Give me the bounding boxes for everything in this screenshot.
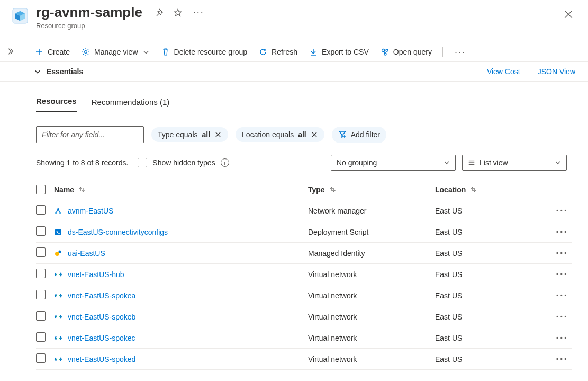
table-row: vnet-EastUS-hub Virtual network East US … [36,264,572,285]
resource-group-icon [11,6,30,25]
row-checkbox[interactable] [36,353,46,363]
refresh-label: Refresh [272,48,297,56]
resource-location: East US [435,291,546,300]
table-row: avnm-EastUS Network manager East US ··· [36,200,572,221]
info-icon[interactable]: i [221,158,229,167]
table-row: ds-EastUS-connectivityconfigs Deployment… [36,221,572,243]
query-icon [381,48,389,56]
resource-location: East US [435,207,546,215]
row-checkbox[interactable] [36,332,46,342]
page-subtitle: Resource group [36,22,206,30]
resource-type: Virtual network [308,334,435,342]
create-button[interactable]: Create [34,46,71,58]
tab-resources[interactable]: Resources [36,96,77,112]
divider [529,67,529,76]
download-icon [309,48,318,56]
open-query-button[interactable]: Open query [379,46,433,58]
pin-icon[interactable] [153,7,165,19]
row-more-icon[interactable]: ··· [546,226,572,238]
add-filter-icon [338,130,347,140]
sort-icon [329,186,336,193]
resource-location: East US [435,270,546,279]
row-more-icon[interactable]: ··· [546,247,572,259]
view-mode-value: List view [480,158,508,167]
essentials-label: Essentials [47,67,83,76]
chevron-down-icon [34,68,41,75]
close-icon[interactable] [214,131,222,138]
json-view-link[interactable]: JSON View [538,67,575,76]
svg-point-9 [85,51,87,54]
header-more-icon[interactable]: ··· [191,7,206,18]
row-checkbox[interactable] [36,269,46,278]
vnet-icon [54,355,62,364]
filter-pill-type[interactable]: Type equals all [151,127,228,142]
row-more-icon[interactable]: ··· [546,353,572,365]
table-row: vnet-EastUS-spokeb Virtual network East … [36,306,572,327]
close-icon[interactable] [564,10,573,19]
row-more-icon[interactable]: ··· [546,311,572,323]
col-name[interactable]: Name [54,185,308,194]
delete-rg-button[interactable]: Delete resource group [160,46,249,58]
resource-type: Virtual network [308,291,435,300]
resource-link[interactable]: vnet-EastUS-hub [68,270,124,279]
row-checkbox[interactable] [36,311,46,321]
col-location[interactable]: Location [435,185,546,194]
refresh-button[interactable]: Refresh [258,46,298,58]
col-location-label: Location [435,185,466,194]
vnet-icon [54,291,62,300]
expand-menu-icon[interactable] [6,48,14,57]
table-row: uai-EastUS Managed Identity East US ··· [36,243,572,264]
row-more-icon[interactable]: ··· [546,268,572,280]
add-filter-button[interactable]: Add filter [332,127,386,143]
export-csv-label: Export to CSV [322,48,369,56]
command-divider [442,47,443,57]
chevron-down-icon [142,48,150,56]
essentials-toggle[interactable]: Essentials [34,67,83,76]
select-all-checkbox[interactable] [36,185,46,194]
row-checkbox[interactable] [36,226,46,236]
resource-table: Name Type Location avnm-EastUS Netw [0,179,588,370]
col-type[interactable]: Type [308,185,435,194]
table-header: Name Type Location [36,179,572,200]
resource-location: East US [435,334,546,342]
plus-icon [35,48,43,56]
show-hidden-checkbox[interactable] [138,158,147,167]
row-more-icon[interactable]: ··· [546,289,572,302]
resource-link[interactable]: avnm-EastUS [68,207,113,215]
resource-link[interactable]: uai-EastUS [68,249,105,258]
manage-view-button[interactable]: Manage view [80,46,151,58]
vnet-icon [54,334,62,342]
resource-link[interactable]: ds-EastUS-connectivityconfigs [68,228,168,236]
resource-link[interactable]: vnet-EastUS-spoked [68,355,135,364]
filter-row: Type equals all Location equals all Add … [0,112,588,143]
deployment-script-icon [54,228,62,236]
view-mode-select[interactable]: List view [462,155,567,171]
filter-input[interactable] [36,126,144,143]
row-checkbox[interactable] [36,290,46,299]
close-icon[interactable] [311,131,318,138]
row-checkbox[interactable] [36,247,46,257]
tab-recommendations[interactable]: Recommendations (1) [92,98,170,112]
row-checkbox[interactable] [36,205,46,215]
resource-type: Managed Identity [308,249,435,258]
create-button-label: Create [48,48,70,56]
table-row: vnet-EastUS-spokea Virtual network East … [36,285,572,306]
view-cost-link[interactable]: View Cost [487,67,520,76]
favorite-star-icon[interactable] [172,7,184,19]
resource-link[interactable]: vnet-EastUS-spokea [68,291,135,300]
resource-location: East US [435,249,546,258]
row-more-icon[interactable]: ··· [546,332,572,344]
command-more-icon[interactable]: ··· [453,47,468,58]
resource-type: Virtual network [308,355,435,364]
resource-location: East US [435,228,546,236]
managed-identity-icon [54,249,62,258]
export-csv-button[interactable]: Export to CSV [308,46,370,58]
resource-link[interactable]: vnet-EastUS-spokec [68,334,135,342]
row-more-icon[interactable]: ··· [546,205,572,217]
resource-location: East US [435,355,546,364]
grouping-select[interactable]: No grouping [331,155,456,171]
trash-icon [161,48,170,56]
filter-pill-type-value: all [202,130,211,139]
resource-link[interactable]: vnet-EastUS-spokeb [68,313,135,321]
filter-pill-location[interactable]: Location equals all [236,127,324,142]
